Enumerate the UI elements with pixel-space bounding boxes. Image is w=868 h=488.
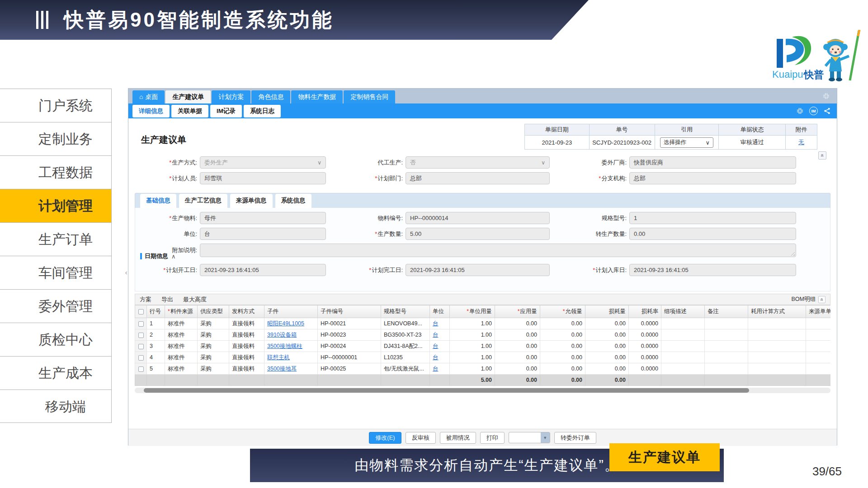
table-cell xyxy=(705,318,748,329)
collapse-panel-icon[interactable] xyxy=(797,108,803,114)
sidebar-item-engineering-data[interactable]: 工程数据 xyxy=(0,155,111,189)
collapse-header-icon[interactable]: « xyxy=(818,151,826,160)
note-textarea[interactable] xyxy=(200,244,796,257)
panel-collapse-handle[interactable]: ‹ xyxy=(124,266,128,279)
share-icon[interactable] xyxy=(824,108,830,114)
horizontal-scrollbar-thumb[interactable] xyxy=(144,388,749,393)
sidebar-item-plan-management[interactable]: 计划管理 xyxy=(0,189,111,222)
sidebar-item-custom-business[interactable]: 定制业务 xyxy=(0,122,111,155)
row-checkbox-cell[interactable] xyxy=(135,341,147,352)
subtab-system-log[interactable]: 系统日志 xyxy=(244,105,281,117)
im-chat-icon[interactable]: IM xyxy=(809,107,818,115)
table-cell: 联想主机 xyxy=(264,352,318,363)
tab-plan-scheme[interactable]: 计划方案 xyxy=(212,90,250,103)
table-cell: 标准件 xyxy=(165,352,198,363)
select-all-cell[interactable] xyxy=(135,305,147,318)
sidebar-item-outsourcing[interactable]: 委外管理 xyxy=(0,289,111,323)
slide: 快普易90智能制造系统功能 Kuaipu 快普 ® xyxy=(0,0,868,488)
row-checkbox[interactable] xyxy=(138,355,144,361)
attachment-link[interactable]: 无 xyxy=(798,139,804,145)
accent-bars-icon xyxy=(36,11,48,29)
row-checkbox[interactable] xyxy=(138,366,144,372)
section-collapse-icon[interactable]: ∧ xyxy=(171,253,176,260)
column-header: 损耗率 xyxy=(629,305,661,318)
brand-area: Kuaipu 快普 ® xyxy=(769,30,866,85)
production-qty-field[interactable]: 5.00 xyxy=(406,228,550,240)
cell-link[interactable]: 台 xyxy=(433,332,439,338)
sidebar-item-workshop[interactable]: 车间管理 xyxy=(0,256,111,289)
print-button[interactable]: 打印 xyxy=(480,432,505,444)
header-content: 快普易90智能制造系统功能 xyxy=(36,0,334,40)
form-title: 生产建议单 xyxy=(141,134,186,146)
table-cell: 0.00 xyxy=(585,318,629,329)
footer-dropdown[interactable]: ▼ xyxy=(509,432,550,443)
tab-production-suggestion[interactable]: 生产建议单 xyxy=(165,90,211,103)
unit-field[interactable]: 台 xyxy=(200,228,326,240)
horizontal-scrollbar-track[interactable] xyxy=(135,388,830,393)
outsource-vendor-field[interactable]: 快普供应商 xyxy=(629,156,796,169)
resize-handle[interactable] xyxy=(790,251,795,256)
spec-model-field[interactable]: 1 xyxy=(629,212,796,224)
plan-finish-date-field[interactable]: 2021-09-23 16:41:05 xyxy=(406,264,550,276)
subtab-related-docs[interactable]: 关联单据 xyxy=(171,105,208,117)
row-checkbox[interactable] xyxy=(138,333,144,338)
toolbar-scheme-button[interactable]: 方案 xyxy=(140,296,151,304)
select-all-checkbox[interactable] xyxy=(138,309,144,314)
page-number: 39/65 xyxy=(812,465,842,479)
cell-link[interactable]: 台 xyxy=(433,366,439,372)
ref-action-select[interactable]: 选择操作∨ xyxy=(660,137,713,148)
sidebar-item-mobile[interactable]: 移动端 xyxy=(0,389,111,423)
tab-process-info[interactable]: 生产工艺信息 xyxy=(179,194,227,208)
cell-link[interactable]: 联想主机 xyxy=(267,354,290,361)
production-method-select[interactable]: 委外生产∨ xyxy=(200,156,326,169)
table-cell: BG3500-XT-23 xyxy=(381,329,430,341)
toolbar-export-button[interactable]: 导出 xyxy=(161,296,173,304)
sidebar-item-production-cost[interactable]: 生产成本 xyxy=(0,356,111,389)
row-checkbox-cell[interactable] xyxy=(135,318,147,329)
sidebar-item-portal[interactable]: 门户系统 xyxy=(0,89,111,122)
toolbar-max-height-button[interactable]: 最大高度 xyxy=(183,296,207,304)
table-cell: 5 xyxy=(147,363,165,375)
row-checkbox-cell[interactable] xyxy=(135,363,147,375)
collapse-tabs-icon[interactable] xyxy=(823,93,830,99)
production-material-field[interactable]: 母件 xyxy=(200,212,326,224)
cell-link[interactable]: 台 xyxy=(433,354,439,361)
transfer-qty-field[interactable]: 0.00 xyxy=(629,228,796,240)
plan-instock-date-field[interactable]: 2021-09-23 16:41:05 xyxy=(629,264,796,276)
oem-production-select[interactable]: 否∨ xyxy=(406,156,550,169)
cell-link[interactable]: 昭阳E49L1005 xyxy=(267,320,304,327)
cell-link[interactable]: 3910设备箱 xyxy=(267,332,297,338)
plan-start-date-field[interactable]: 2021-09-23 16:41:05 xyxy=(200,264,326,276)
tab-basic-info[interactable]: 基础信息 xyxy=(140,194,176,208)
row-checkbox[interactable] xyxy=(138,344,144,349)
usage-button[interactable]: 被用情况 xyxy=(440,432,476,444)
tab-role-info[interactable]: 角色信息 xyxy=(251,90,290,103)
unaudit-button[interactable]: 反审核 xyxy=(406,432,436,444)
doc-date-value: 2021-09-23 xyxy=(525,136,590,150)
cell-link[interactable]: 台 xyxy=(433,320,439,327)
table-cell: 标准件 xyxy=(165,341,198,352)
subtab-im-records[interactable]: IM记录 xyxy=(210,105,242,117)
cell-link[interactable]: 3500接地耳 xyxy=(267,366,297,372)
material-code-field[interactable]: HP--00000014 xyxy=(406,212,550,224)
subtab-detail-info[interactable]: 详细信息 xyxy=(132,105,170,117)
cell-link[interactable]: 台 xyxy=(433,343,439,349)
tab-system-info[interactable]: 系统信息 xyxy=(275,194,311,208)
tab-source-doc-info[interactable]: 来源单信息 xyxy=(230,194,273,208)
cell-link[interactable]: 3500接地螺柱 xyxy=(267,343,302,349)
plan-dept-field[interactable]: 总部 xyxy=(406,172,550,184)
row-checkbox-cell[interactable] xyxy=(135,329,147,341)
sidebar-item-production-order[interactable]: 生产订单 xyxy=(0,222,111,256)
row-checkbox-cell[interactable] xyxy=(135,352,147,363)
row-checkbox[interactable] xyxy=(138,321,144,327)
sidebar-item-quality-center[interactable]: 质检中心 xyxy=(0,323,111,356)
tab-desktop[interactable]: ⌂桌面 xyxy=(132,90,165,103)
table-cell: HP-00021 xyxy=(318,318,381,329)
modify-button[interactable]: 修改(E) xyxy=(369,432,401,444)
tab-custom-sales-contract[interactable]: 定制销售合同 xyxy=(344,90,395,103)
branch-field[interactable]: 总部 xyxy=(629,172,796,184)
bom-collapse-icon[interactable]: « xyxy=(818,296,826,303)
planner-field[interactable]: 邱雪琪 xyxy=(200,172,326,184)
tab-material-production-data[interactable]: 物料生产数据 xyxy=(291,90,343,103)
transfer-outsource-button[interactable]: 转委外订单 xyxy=(554,432,596,444)
